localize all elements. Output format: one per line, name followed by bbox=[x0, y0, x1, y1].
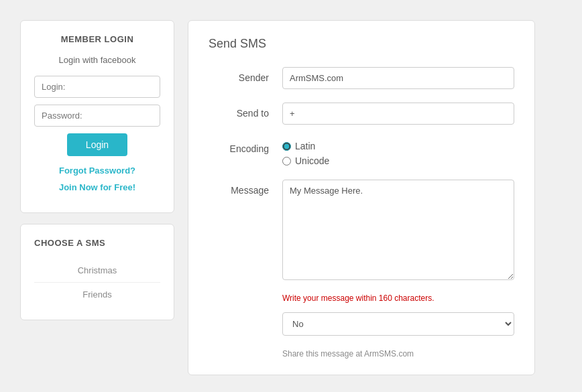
message-row: Message My Message Here. bbox=[209, 180, 514, 280]
sender-label: Sender bbox=[209, 67, 269, 83]
encoding-unicode-radio[interactable] bbox=[282, 157, 291, 166]
share-select[interactable]: No Yes bbox=[282, 312, 514, 336]
login-button[interactable]: Login bbox=[67, 133, 127, 156]
encoding-label: Encoding bbox=[209, 138, 269, 154]
send-to-label: Send to bbox=[209, 103, 269, 119]
encoding-unicode-label: Unicode bbox=[295, 155, 329, 166]
message-label: Message bbox=[209, 180, 269, 196]
send-to-input[interactable] bbox=[282, 103, 514, 125]
member-login-card: MEMBER LOGIN Login with facebook Login F… bbox=[20, 20, 174, 213]
choose-sms-title: CHOOSE A SMS bbox=[34, 238, 160, 248]
message-textarea[interactable]: My Message Here. bbox=[282, 180, 514, 280]
send-sms-panel: Send SMS Sender Send to Encoding Latin U… bbox=[188, 20, 535, 375]
sidebar: MEMBER LOGIN Login with facebook Login F… bbox=[20, 20, 174, 375]
encoding-latin-label: Latin bbox=[295, 141, 315, 151]
encoding-row: Encoding Latin Unicode bbox=[209, 138, 514, 166]
page-title: Send SMS bbox=[209, 37, 514, 51]
encoding-group: Latin Unicode bbox=[282, 138, 329, 166]
list-item[interactable]: Christmas bbox=[34, 259, 160, 283]
send-to-row: Send to bbox=[209, 103, 514, 125]
forgot-password-link[interactable]: Forgot Password? bbox=[34, 166, 160, 176]
share-label bbox=[209, 312, 269, 318]
join-now-link[interactable]: Join Now for Free! bbox=[34, 182, 160, 192]
choose-sms-card: CHOOSE A SMS Christmas Friends bbox=[20, 224, 174, 320]
sender-row: Sender bbox=[209, 67, 514, 89]
share-hint: Share this message at ArmSMS.com bbox=[282, 349, 514, 358]
message-hint: Write your message within 160 characters… bbox=[282, 293, 514, 303]
member-login-title: MEMBER LOGIN bbox=[34, 34, 160, 44]
encoding-latin-radio[interactable] bbox=[282, 142, 291, 151]
sender-input[interactable] bbox=[282, 67, 514, 89]
password-input[interactable] bbox=[34, 105, 160, 127]
sms-list: Christmas Friends bbox=[34, 259, 160, 306]
facebook-login-label: Login with facebook bbox=[34, 55, 160, 65]
login-input[interactable] bbox=[34, 76, 160, 98]
list-item[interactable]: Friends bbox=[34, 283, 160, 306]
share-row: No Yes bbox=[209, 312, 514, 336]
scrollbar-area bbox=[548, 20, 562, 375]
encoding-latin-option[interactable]: Latin bbox=[282, 141, 329, 151]
encoding-unicode-option[interactable]: Unicode bbox=[282, 155, 329, 166]
